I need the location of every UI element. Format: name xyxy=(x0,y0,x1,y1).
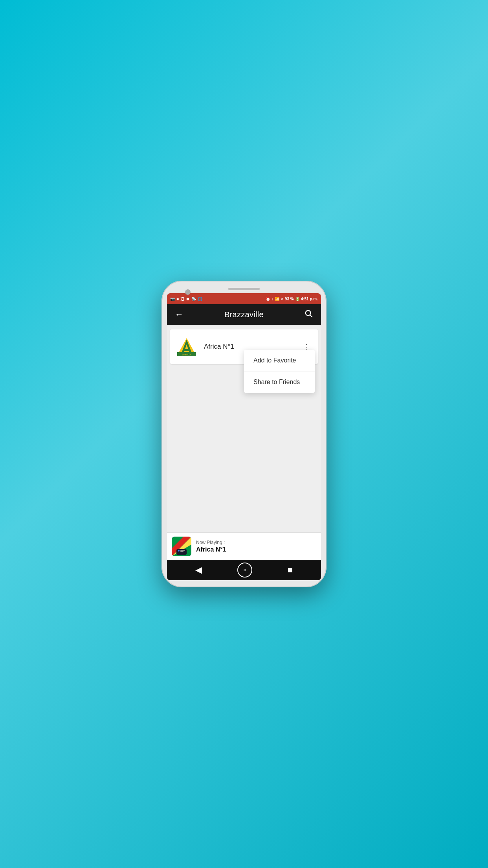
status-icons-right: ⏰ ↓ 📶 ✕ 93 % 🔋 4:51 p.m. xyxy=(266,297,318,301)
back-button[interactable]: ← xyxy=(173,308,185,321)
signal-x-icon: ✕ xyxy=(281,297,284,301)
page-title: Brazzaville xyxy=(224,310,264,319)
now-playing-info: Now Playing : Africa N°1 xyxy=(196,540,226,553)
congo-flag-icon xyxy=(172,537,191,556)
stop-nav-button[interactable]: ■ xyxy=(282,563,298,577)
globe-icon: 🌐 xyxy=(198,297,202,301)
download-icon: ↓ xyxy=(272,297,273,301)
phone-camera xyxy=(185,289,191,295)
wifi-icon: 📶 xyxy=(275,297,279,301)
station-name: Africa N°1 xyxy=(204,343,234,351)
context-menu: Add to Favorite Share to Friends xyxy=(244,350,315,393)
main-content: AFRICA Africa N°1 ⋮ Add to Favorite Shar… xyxy=(167,325,321,532)
svg-line-1 xyxy=(310,315,312,317)
add-to-favorite-item[interactable]: Add to Favorite xyxy=(244,350,315,371)
alarm-icon: ⏰ xyxy=(266,297,270,301)
status-time: 4:51 p.m. xyxy=(301,297,318,301)
photo-icon: 🖼 xyxy=(180,297,184,301)
africa-n1-logo: AFRICA xyxy=(176,336,198,358)
square-icon: ■ xyxy=(176,297,179,301)
status-bar: 📷 ■ 🖼 ⏺ 📡 🌐 ⏰ ↓ 📶 ✕ 93 % 🔋 4:51 p.m. xyxy=(167,293,321,304)
home-nav-button[interactable] xyxy=(237,563,252,577)
share-to-friends-item[interactable]: Share to Friends xyxy=(244,371,315,393)
signal-icon: 📡 xyxy=(191,297,196,301)
now-playing-label: Now Playing : xyxy=(196,540,226,545)
now-playing-station-name: Africa N°1 xyxy=(196,546,226,553)
station-left: AFRICA Africa N°1 xyxy=(175,335,234,359)
bottom-nav: ◀ ■ xyxy=(167,560,321,580)
phone-frame: 📷 ■ 🖼 ⏺ 📡 🌐 ⏰ ↓ 📶 ✕ 93 % 🔋 4:51 p.m. ← B… xyxy=(161,281,327,587)
back-nav-button[interactable]: ◀ xyxy=(190,563,207,577)
svg-point-14 xyxy=(244,569,246,571)
station-card: AFRICA Africa N°1 ⋮ Add to Favorite Shar… xyxy=(170,329,318,364)
svg-point-11 xyxy=(178,550,180,552)
battery-percent: 93 % xyxy=(285,297,294,301)
instagram-icon: 📷 xyxy=(170,297,175,301)
battery-icon: 🔋 xyxy=(295,297,300,301)
now-playing-bar: Now Playing : Africa N°1 xyxy=(167,532,321,560)
svg-text:AFRICA: AFRICA xyxy=(182,353,191,356)
now-playing-thumbnail xyxy=(172,537,191,556)
svg-rect-12 xyxy=(180,550,185,551)
svg-rect-4 xyxy=(183,349,190,351)
record-icon: ⏺ xyxy=(186,297,190,301)
svg-rect-13 xyxy=(180,551,183,552)
phone-screen: 📷 ■ 🖼 ⏺ 📡 🌐 ⏰ ↓ 📶 ✕ 93 % 🔋 4:51 p.m. ← B… xyxy=(167,293,321,580)
status-icons-left: 📷 ■ 🖼 ⏺ 📡 🌐 xyxy=(170,297,202,301)
phone-speaker xyxy=(228,288,260,290)
station-logo: AFRICA xyxy=(175,335,198,359)
nav-bar: ← Brazzaville xyxy=(167,304,321,325)
search-button[interactable] xyxy=(303,308,315,322)
